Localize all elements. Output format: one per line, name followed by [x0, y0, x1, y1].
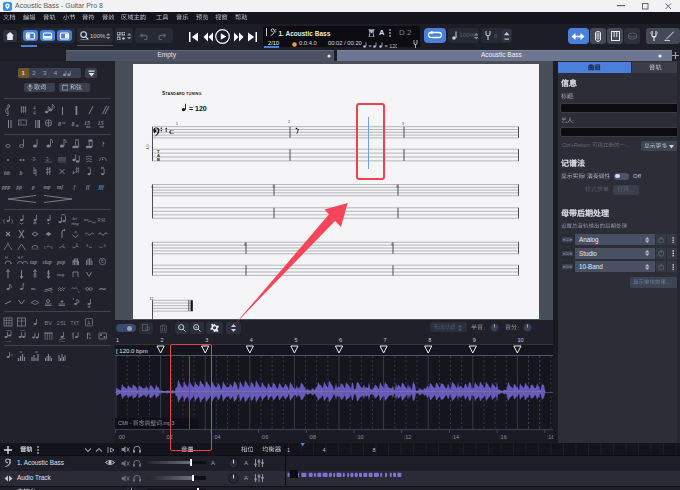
svg-text:3: 3	[51, 245, 54, 250]
svg-text:[ 120.0 bpm: [ 120.0 bpm	[116, 348, 148, 354]
svg-text:f: f	[74, 184, 77, 190]
svg-text:3: 3	[86, 243, 89, 248]
svg-text:X.: X.	[20, 120, 24, 125]
svg-text:8: 8	[58, 121, 61, 127]
svg-text:=: =	[369, 42, 372, 47]
svg-text::14: :14	[451, 434, 459, 440]
svg-text::16: :16	[499, 434, 507, 440]
svg-text:8: 8	[372, 447, 375, 453]
svg-text:mf: mf	[57, 184, 64, 190]
svg-text:TXT: TXT	[71, 320, 80, 325]
svg-text:va: va	[62, 121, 66, 125]
svg-text:5: 5	[294, 337, 297, 343]
svg-text:tap: tap	[30, 259, 37, 265]
svg-text:H P: H P	[18, 256, 25, 260]
svg-text:AUTO: AUTO	[58, 340, 65, 343]
svg-text:1: 1	[287, 447, 290, 453]
svg-text:ring: ring	[72, 220, 79, 225]
svg-text:A.B.: A.B.	[146, 143, 150, 149]
svg-text:= 120: = 120	[385, 42, 398, 47]
svg-text:-3-: -3-	[45, 157, 51, 162]
svg-text:P.M.: P.M.	[98, 218, 107, 223]
svg-text:9: 9	[473, 337, 476, 343]
svg-text::00: :00	[118, 434, 126, 440]
svg-text:2: 2	[288, 120, 290, 124]
svg-text:bb: bb	[4, 170, 10, 176]
svg-text:b: b	[20, 170, 23, 176]
svg-text:p: p	[31, 184, 35, 190]
svg-text:ma: ma	[86, 125, 91, 129]
svg-text:1: 1	[116, 337, 119, 343]
svg-text:4: 4	[250, 337, 253, 343]
svg-text:-: -	[180, 324, 182, 329]
svg-text:pop: pop	[56, 259, 66, 265]
svg-text:x: x	[6, 241, 9, 245]
svg-text:B: B	[157, 157, 160, 162]
svg-text:9: 9	[391, 242, 393, 246]
svg-text::04: :04	[213, 434, 221, 440]
svg-text:2: 2	[161, 337, 164, 343]
svg-text:6: 6	[101, 259, 104, 264]
svg-text:7: 7	[151, 242, 153, 246]
svg-text:ppp: ppp	[1, 184, 11, 190]
svg-text:BV: BV	[45, 320, 53, 326]
svg-text:(: (	[3, 218, 5, 224]
svg-text:3: 3	[104, 243, 107, 248]
svg-text:1: 1	[44, 245, 47, 250]
svg-text:4: 4	[151, 184, 153, 188]
svg-text:mp: mp	[44, 184, 51, 190]
svg-text:vb: vb	[76, 124, 80, 128]
svg-text:ff: ff	[86, 184, 91, 190]
svg-text:C: C	[169, 127, 174, 135]
svg-text:x: x	[74, 229, 78, 234]
svg-text::10: :10	[356, 434, 364, 440]
svg-text::06: :06	[261, 434, 269, 440]
svg-text:8: 8	[428, 337, 431, 343]
svg-text:2:51: 2:51	[57, 320, 66, 325]
svg-text::08: :08	[308, 434, 316, 440]
svg-text:AUTO: AUTO	[4, 340, 11, 343]
svg-text:): )	[11, 218, 13, 224]
svg-text:12: 12	[150, 296, 154, 300]
svg-text:4: 4	[322, 447, 325, 453]
svg-text::12: :12	[404, 434, 412, 440]
svg-text:pp: pp	[16, 184, 23, 190]
svg-text:3: 3	[402, 122, 404, 126]
svg-text:rasg.: rasg.	[57, 272, 65, 277]
svg-text:b: b	[73, 170, 76, 175]
svg-text:slap: slap	[42, 259, 52, 265]
svg-text:m.: m.	[31, 286, 36, 291]
svg-text:H: H	[5, 255, 8, 260]
svg-text:A: A	[87, 320, 90, 325]
svg-text:4: 4	[33, 110, 36, 116]
svg-text:M: M	[20, 351, 23, 354]
svg-text:10: 10	[517, 337, 523, 343]
svg-text:fff: fff	[99, 184, 105, 190]
svg-text:8: 8	[72, 121, 75, 127]
svg-text::18: :18	[547, 434, 553, 440]
svg-text:7: 7	[384, 337, 387, 343]
svg-text:6: 6	[396, 184, 398, 188]
svg-text:3: 3	[205, 337, 208, 343]
svg-text:mb: mb	[100, 125, 105, 129]
svg-text:+: +	[195, 324, 198, 329]
svg-text:no: no	[84, 217, 88, 222]
svg-text:1: 1	[176, 121, 178, 125]
svg-text:6: 6	[339, 337, 342, 343]
svg-text:-3-: -3-	[31, 157, 37, 162]
svg-text:M: M	[35, 351, 38, 354]
svg-text:5: 5	[273, 184, 275, 188]
